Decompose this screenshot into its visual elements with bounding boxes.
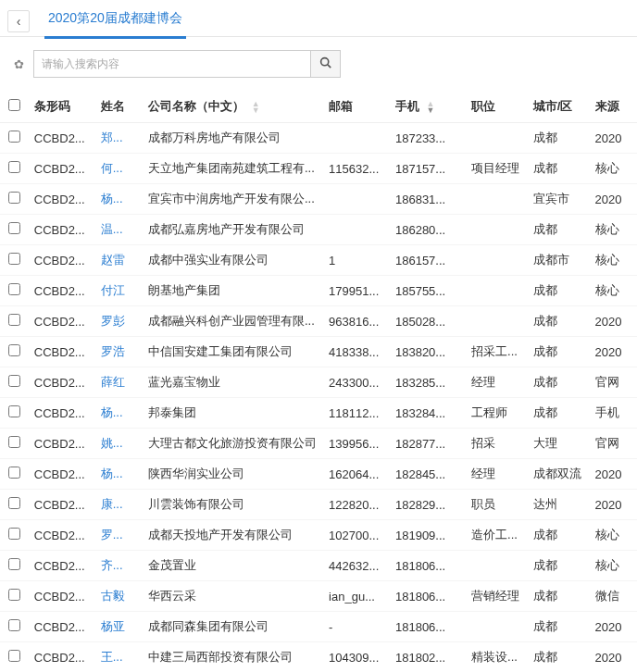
row-checkbox[interactable] <box>8 558 20 570</box>
cell-company: 成都融兴科创产业园管理有限... <box>143 306 323 337</box>
cell-name[interactable]: 何... <box>95 154 143 184</box>
cell-name[interactable]: 杨... <box>95 184 143 215</box>
col-header-email[interactable]: 邮箱 <box>323 91 390 123</box>
cell-name[interactable]: 罗... <box>95 520 143 551</box>
table-row[interactable]: CCBD2...杨...宜宾市中润房地产开发有限公...186831...宜宾市… <box>0 184 637 215</box>
cell-barcode: CCBD2... <box>29 337 95 367</box>
row-checkbox[interactable] <box>8 589 20 601</box>
table-row[interactable]: CCBD2...何...天立地产集团南苑建筑工程有...115632...187… <box>0 154 637 184</box>
cell-source: 2020 <box>590 337 637 367</box>
row-checkbox[interactable] <box>8 405 20 417</box>
select-all-checkbox[interactable] <box>8 99 20 111</box>
row-checkbox[interactable] <box>8 375 20 387</box>
col-header-position[interactable]: 职位 <box>466 91 528 123</box>
back-button[interactable]: ‹ <box>7 10 30 32</box>
table-row[interactable]: CCBD2...齐...金茂置业442632...181806...成都核心 <box>0 551 637 581</box>
cell-city: 宜宾市 <box>528 184 590 215</box>
col-header-select[interactable] <box>0 91 29 123</box>
cell-name[interactable]: 杨... <box>95 398 143 429</box>
search-input[interactable] <box>33 50 311 78</box>
row-select-cell <box>0 184 29 215</box>
row-checkbox[interactable] <box>8 467 20 479</box>
cell-company: 中信国安建工集团有限公司 <box>143 337 323 367</box>
col-header-company-label: 公司名称（中文） <box>148 99 244 113</box>
table-row[interactable]: CCBD2...杨...陕西华润实业公司162064...182845...经理… <box>0 459 637 490</box>
table-row[interactable]: CCBD2...罗浩中信国安建工集团有限公司418338...183820...… <box>0 337 637 367</box>
cell-company: 川雲装饰有限公司 <box>143 490 323 520</box>
cell-name[interactable]: 郑... <box>95 123 143 154</box>
cell-name[interactable]: 姚... <box>95 429 143 459</box>
row-select-cell <box>0 245 29 276</box>
row-checkbox[interactable] <box>8 222 20 234</box>
table-row[interactable]: CCBD2...付江朗基地产集团179951...185755...成都核心 <box>0 276 637 306</box>
table-row[interactable]: CCBD2...杨亚成都同森集团有限公司-181806...成都2020 <box>0 612 637 642</box>
col-header-name[interactable]: 姓名 <box>95 91 143 123</box>
cell-email: 102700... <box>323 520 390 551</box>
cell-city: 达州 <box>528 490 590 520</box>
row-checkbox[interactable] <box>8 650 20 662</box>
cell-name[interactable]: 古毅 <box>95 581 143 612</box>
col-header-company[interactable]: 公司名称（中文） ▲▼ <box>143 91 323 123</box>
cell-name[interactable]: 薛红 <box>95 367 143 398</box>
chevron-left-icon: ‹ <box>17 14 21 29</box>
col-header-phone[interactable]: 手机 ▲▼ <box>390 91 466 123</box>
cell-name[interactable]: 赵雷 <box>95 245 143 276</box>
cell-name[interactable]: 齐... <box>95 551 143 581</box>
cell-company: 大理古都文化旅游投资有限公司 <box>143 429 323 459</box>
cell-name[interactable]: 杨亚 <box>95 612 143 642</box>
row-checkbox[interactable] <box>8 344 20 356</box>
table-row[interactable]: CCBD2...赵雷成都中强实业有限公司1186157...成都市核心 <box>0 245 637 276</box>
table-row[interactable]: CCBD2...温...成都弘嘉房地产开发有限公司186280...成都核心 <box>0 215 637 245</box>
table-row[interactable]: CCBD2...杨...邦泰集团118112...183284...工程师成都手… <box>0 398 637 429</box>
gear-icon[interactable]: ✿ <box>9 57 28 71</box>
cell-name[interactable]: 罗浩 <box>95 337 143 367</box>
tab-active[interactable]: 2020第20届成都建博会 <box>44 3 186 39</box>
search-button[interactable] <box>311 50 341 78</box>
table-row[interactable]: CCBD2...薛红蓝光嘉宝物业243300...183285...经理成都官网 <box>0 367 637 398</box>
col-header-barcode[interactable]: 条形码 <box>29 91 95 123</box>
table-row[interactable]: CCBD2...罗彭成都融兴科创产业园管理有限...963816...18502… <box>0 306 637 337</box>
row-checkbox[interactable] <box>8 436 20 448</box>
cell-position <box>466 306 528 337</box>
table-row[interactable]: CCBD2...郑...成都万科房地产有限公司187233...成都2020 <box>0 123 637 154</box>
table-row[interactable]: CCBD2...康...川雲装饰有限公司122820...182829...职员… <box>0 490 637 520</box>
cell-city: 成都 <box>528 398 590 429</box>
cell-name[interactable]: 王... <box>95 642 143 673</box>
cell-barcode: CCBD2... <box>29 215 95 245</box>
cell-name[interactable]: 付江 <box>95 276 143 306</box>
row-checkbox[interactable] <box>8 161 20 173</box>
table-row[interactable]: CCBD2...姚...大理古都文化旅游投资有限公司139956...18287… <box>0 429 637 459</box>
row-checkbox[interactable] <box>8 314 20 326</box>
col-header-city[interactable]: 城市/区 <box>528 91 590 123</box>
row-checkbox[interactable] <box>8 528 20 540</box>
row-checkbox[interactable] <box>8 497 20 509</box>
cell-email: 243300... <box>323 367 390 398</box>
cell-phone: 187157... <box>390 154 466 184</box>
cell-company: 成都中强实业有限公司 <box>143 245 323 276</box>
table-row[interactable]: CCBD2...罗...成都天投地产开发有限公司102700...181909.… <box>0 520 637 551</box>
cell-source: 核心 <box>590 520 637 551</box>
cell-phone: 181806... <box>390 581 466 612</box>
row-checkbox[interactable] <box>8 192 20 204</box>
search-icon <box>319 56 331 71</box>
cell-barcode: CCBD2... <box>29 459 95 490</box>
row-checkbox[interactable] <box>8 253 20 265</box>
cell-city: 成都 <box>528 367 590 398</box>
row-checkbox[interactable] <box>8 619 20 631</box>
row-checkbox[interactable] <box>8 131 20 143</box>
row-checkbox[interactable] <box>8 283 20 295</box>
cell-name[interactable]: 康... <box>95 490 143 520</box>
cell-barcode: CCBD2... <box>29 581 95 612</box>
cell-position <box>466 276 528 306</box>
table-row[interactable]: CCBD2...古毅华西云采ian_gu...181806...营销经理成都微信 <box>0 581 637 612</box>
cell-phone: 183820... <box>390 337 466 367</box>
table-header-row: 条形码 姓名 公司名称（中文） ▲▼ 邮箱 手机 ▲▼ 职位 城市/区 来源 <box>0 91 637 123</box>
table-row[interactable]: CCBD2...王...中建三局西部投资有限公司104309...181802.… <box>0 642 637 673</box>
cell-name[interactable]: 罗彭 <box>95 306 143 337</box>
cell-email: 115632... <box>323 154 390 184</box>
cell-company: 宜宾市中润房地产开发有限公... <box>143 184 323 215</box>
cell-company: 邦泰集团 <box>143 398 323 429</box>
cell-name[interactable]: 杨... <box>95 459 143 490</box>
cell-name[interactable]: 温... <box>95 215 143 245</box>
col-header-source[interactable]: 来源 <box>590 91 637 123</box>
